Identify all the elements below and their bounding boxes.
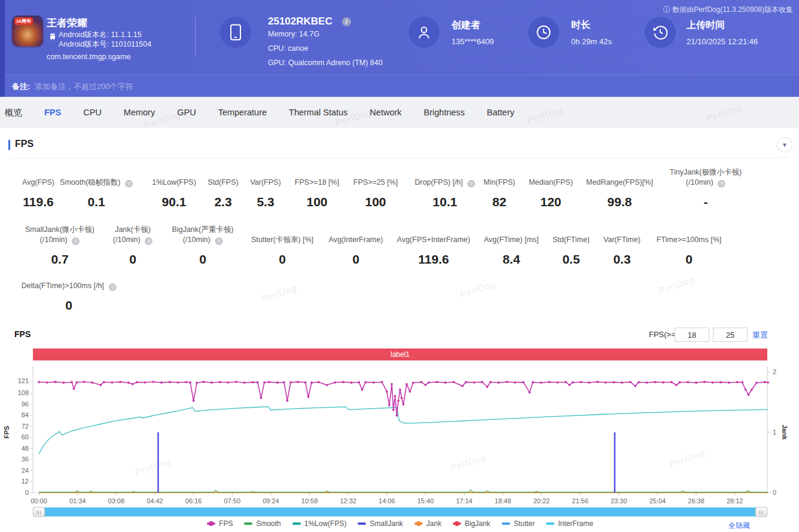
x-tick-label: 06:16 [185,497,202,505]
legend-item-bigjank[interactable]: BigJank [453,519,490,528]
series-fps-marker [745,389,747,391]
remark-input[interactable]: 备注: 添加备注，不超过200个字符 [0,75,799,97]
game-app-icon: 10周年 [12,16,43,47]
metric-label-line: Avg(InterFrame) [329,235,383,245]
fps-threshold-input-2[interactable] [713,328,748,342]
legend-item-interframe[interactable]: InterFrame [546,519,593,528]
series-fps-marker [444,381,447,384]
metric-value: 0 [657,252,722,267]
series-fps-marker [621,381,623,384]
metric-tabs: 概览FPSCPUMemoryGPUTemperatureThermal Stat… [0,97,799,128]
metric-value: 0 [22,298,117,313]
metric-label-line: Var(FPS) [250,178,280,188]
legend-item-smalljank[interactable]: SmallJank [358,519,402,528]
legend-marker [546,522,554,525]
tab-fps[interactable]: FPS [44,108,61,117]
range-handle-left[interactable]: ||| [33,507,45,517]
x-tick-label: 04:42 [147,497,163,505]
series-fps-marker [388,404,391,406]
left-tick-label: 12 [22,478,29,485]
help-icon[interactable]: ? [145,237,153,245]
legend-item-1-low-fps[interactable]: 1%Low(FPS) [292,519,347,528]
device-info-icon[interactable]: i [342,17,351,26]
reset-thresholds-link[interactable]: 重置 [752,330,768,341]
tab-temperature[interactable]: Temperature [218,108,267,117]
metric-1-low-fps: 1%Low(FPS)90.1 [152,165,196,209]
series-fps-marker [361,389,364,391]
x-tick-label: 20:22 [533,497,550,505]
metric-label-line: (/10min) ? [183,235,222,245]
series-fps-marker [193,399,195,402]
series-fps-marker [428,381,430,384]
series-fps-marker [196,381,198,384]
metric-min-fps: Min(FPS)82 [484,165,516,209]
series-fps-marker [486,386,489,388]
device-icon-circle [220,17,251,48]
legend-marker [244,522,252,525]
series-fps-marker [397,399,399,402]
section-title: FPS [15,139,33,149]
metric-label-line: Smooth(稳帧指数) ? [60,178,133,188]
series-fps-marker [132,383,134,386]
tab-battery[interactable]: Battery [487,108,514,117]
legend-marker [453,522,461,525]
history-clock-icon [652,25,668,40]
hide-all-series-link[interactable]: 全隐藏 [728,521,750,531]
series-fps-marker [263,381,266,384]
left-tick-label: 24 [22,467,29,474]
legend-marker [414,522,423,525]
metric-value: 0.3 [603,252,641,267]
legend-item-smooth[interactable]: Smooth [244,519,280,528]
series-fps-marker [307,396,310,398]
metric-label-line: FPS>=18 [%] [295,178,339,188]
tab-cpu[interactable]: CPU [83,108,102,117]
app-package: com.tencent.tmgp.sgame [47,53,130,61]
perfdog-version-notice: ⓘ 数据由PerfDog(11.3.250908)版本收集 [663,5,793,15]
fps-chart-canvas[interactable]: 0122436486072849610812101200:0001:3403:0… [0,362,799,508]
tab-brightness[interactable]: Brightness [424,108,465,117]
section-divider [8,158,791,158]
series-fps-marker [741,381,743,384]
series-fps-marker [412,381,414,384]
help-icon[interactable]: ? [215,237,222,245]
metric-label-line: Avg(FTime) [ms] [484,235,539,245]
legend-item-stutter[interactable]: Stutter [502,519,535,528]
metric-label: Smooth(稳帧指数) ? [60,165,133,188]
series-fps-marker [202,381,205,383]
legend-item-fps[interactable]: FPS [207,519,233,528]
collapse-section-button[interactable]: ▼ [777,137,792,152]
tab-memory[interactable]: Memory [124,108,155,117]
x-tick-label: 28:12 [727,497,743,505]
series-fps-marker [283,381,285,384]
tab-gpu[interactable]: GPU [177,108,196,117]
legend-label: Smooth [256,519,280,528]
help-icon[interactable]: ? [468,180,475,188]
legend-item-jank[interactable]: Jank [414,519,441,528]
tab-thermal-status[interactable]: Thermal Status [289,108,347,117]
metric-label: Avg(InterFrame) [329,222,383,245]
series-fps-marker [506,381,508,383]
metric-value: 119.6 [22,195,54,209]
metric-label: Drop(FPS) [/h] ? [414,165,475,188]
help-icon[interactable]: ? [72,237,80,245]
metric-value: 0 [172,252,234,267]
series-fps-marker [748,393,750,396]
chart-label-banner: label1 [33,348,767,360]
series-fps-marker [736,381,739,383]
fps-threshold-input-1[interactable] [675,328,709,342]
device-cpu: CPU: canoe [268,44,308,53]
tab-item[interactable]: 概览 [5,107,22,118]
help-icon[interactable]: ? [718,180,725,188]
series-fps-marker [392,409,395,411]
range-handle-right[interactable]: ||| [755,507,767,517]
left-tick-label: 72 [22,423,29,430]
metric-value: 8.4 [484,252,539,267]
legend-label: Stutter [514,519,535,528]
tab-network[interactable]: Network [370,108,401,117]
series-fps-marker [751,389,753,391]
help-icon[interactable]: ? [125,180,133,188]
left-tick-label: 121 [18,377,29,384]
series-fps-marker [568,384,571,386]
chart-range-scrollbar[interactable] [33,507,767,516]
help-icon[interactable]: ? [108,283,116,291]
